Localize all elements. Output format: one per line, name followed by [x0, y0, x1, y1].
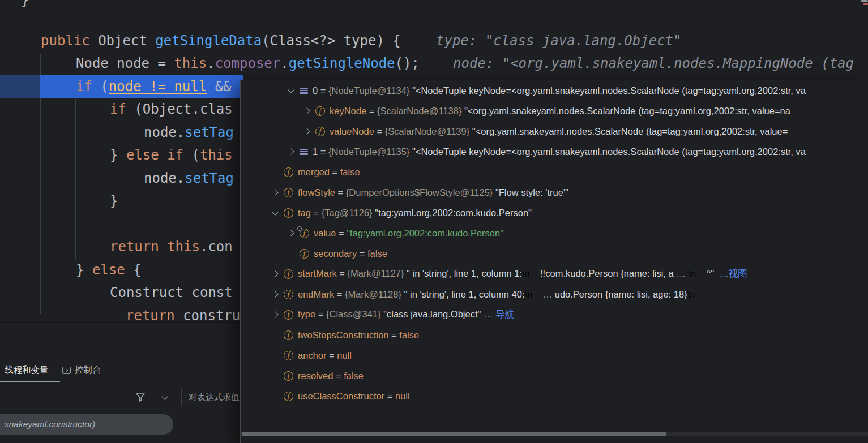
code-token: Node node =: [76, 55, 174, 71]
variable-row[interactable]: fuseClassConstructor = null: [241, 386, 868, 406]
code-line: node.setTag: [144, 121, 234, 144]
code-token: (: [183, 147, 200, 163]
value-token: "<NodeTuple keyNode=<org.yaml.snakeyaml.…: [412, 85, 806, 96]
code-token: }: [21, 0, 29, 8]
filter-button[interactable]: [131, 389, 149, 406]
code-line: if (node != null &&: [76, 75, 232, 98]
code-line: return this.con: [110, 235, 233, 258]
code-token: &&: [207, 79, 231, 94]
variable-text: endMark = {Mark@1128} " in 'string', lin…: [298, 289, 695, 300]
horizontal-scrollbar-track[interactable]: [241, 432, 868, 436]
value-token: "tag:yaml.org,2002:com.kudo.Person": [375, 208, 532, 218]
variable-row[interactable]: ftag = {Tag@1126} "tag:yaml.org,2002:com…: [241, 203, 868, 223]
chevron-right-icon[interactable]: [270, 182, 280, 203]
value-token: =: [335, 187, 346, 197]
variable-row[interactable]: fvalueNode = {ScalarNode@1139} "<org.yam…: [241, 121, 868, 141]
chevron-right-icon[interactable]: [270, 264, 280, 284]
value-token: " in 'string', line 1, column 1:: [407, 268, 522, 278]
field-icon: f: [284, 167, 293, 177]
value-token: "<org.yaml.snakeyaml.nodes.ScalarNode (t…: [472, 126, 788, 136]
code-token: node != null: [109, 79, 207, 94]
variable-row[interactable]: ftype = {Class@341} "class java.lang.Obj…: [241, 304, 868, 325]
code-token: return: [126, 308, 175, 324]
variable-text: flowStyle = {DumperOptions$FlowStyle@112…: [298, 187, 568, 198]
value-token: …: [543, 289, 555, 299]
chevron-down-icon[interactable]: [286, 80, 296, 101]
value-token: "class java.lang.Object": [383, 309, 484, 319]
variable-row[interactable]: fsecondary = false: [241, 243, 868, 264]
code-token: return: [110, 239, 159, 255]
variable-text: anchor = null: [298, 350, 352, 361]
value-token: =: [366, 106, 377, 116]
chevron-right-icon[interactable]: [270, 284, 280, 304]
inline-debug-value-hint[interactable]: node: "<org.yaml.snakeyaml.nodes.Mapping…: [453, 52, 854, 75]
variable-row[interactable]: fkeyNode = {ScalarNode@1138} "<org.yaml.…: [241, 101, 868, 121]
value-token: =: [357, 248, 367, 259]
chevron-right-icon[interactable]: [286, 223, 296, 243]
chevron-down-icon[interactable]: [161, 393, 169, 401]
value-token: "<org.yaml.snakeyaml.nodes.ScalarNode (t…: [464, 106, 790, 116]
value-token: {DumperOptions$FlowStyle@1125}: [346, 187, 495, 197]
field-icon: f: [284, 290, 293, 299]
chevron-spacer: [270, 325, 280, 345]
variable-row[interactable]: fstartMark = {Mark@1127} " in 'string', …: [241, 264, 868, 284]
variables-tree: 0 = {NodeTuple@1134} "<NodeTuple keyNode…: [241, 80, 868, 406]
variable-row[interactable]: fanchor = null: [241, 345, 868, 365]
chevron-down-icon[interactable]: [270, 203, 280, 223]
variable-row[interactable]: 1 = {NodeTuple@1135} "<NodeTuple keyNode…: [241, 141, 868, 162]
chevron-right-icon[interactable]: [302, 101, 312, 121]
variable-text: 1 = {NodeTuple@1135} "<NodeTuple keyNode…: [313, 147, 806, 157]
chevron-right-icon[interactable]: [270, 304, 280, 325]
code-token: {: [125, 262, 142, 278]
code-line: Construct const: [110, 281, 233, 304]
chevron-right-icon[interactable]: [286, 141, 296, 162]
code-token: (Class<?> type) {: [262, 33, 401, 49]
code-token: if: [76, 79, 92, 94]
list-element-icon: [300, 148, 308, 156]
horizontal-scrollbar-thumb[interactable]: [242, 432, 666, 436]
variable-text: type = {Class@341} "class java.lang.Obje…: [298, 308, 514, 321]
value-token: =: [318, 85, 328, 96]
variable-row[interactable]: ftwoStepsConstruction = false: [241, 325, 868, 345]
code-token: setTag: [185, 170, 234, 186]
variable-row[interactable]: fresolved = false: [241, 365, 868, 386]
value-token: "<NodeTuple keyNode=<org.yaml.snakeyaml.…: [412, 147, 806, 157]
chevron-right-icon[interactable]: [302, 121, 312, 141]
value-token: =: [337, 268, 348, 278]
inline-debug-value-hint[interactable]: type: "class java.lang.Object": [436, 29, 681, 52]
tab-threads-variables[interactable]: 线程和变量: [5, 357, 49, 384]
variable-row[interactable]: fvalue = "tag:yaml.org,2002:com.kudo.Per…: [241, 223, 868, 243]
funnel-icon: [135, 392, 146, 403]
variable-row[interactable]: fflowStyle = {DumperOptions$FlowStyle@11…: [241, 182, 868, 203]
value-action-link[interactable]: 导航: [493, 309, 514, 319]
chevron-spacer: [270, 365, 280, 386]
variable-row[interactable]: fmerged = false: [241, 162, 868, 182]
code-token: node.: [144, 170, 185, 186]
code-line: }: [110, 190, 118, 212]
value-token: keyNode: [330, 106, 366, 116]
frames-combobox[interactable]: snakeyaml.constructor): [0, 414, 173, 435]
tab-label: 线程和变量: [5, 364, 49, 376]
evaluate-expression-field[interactable]: 对表达式求值...: [189, 384, 240, 410]
value-token: ^": [696, 268, 719, 278]
tab-label: 控制台: [75, 364, 101, 376]
variable-row[interactable]: 0 = {NodeTuple@1134} "<NodeTuple keyNode…: [241, 80, 868, 101]
code-line: node.setTag: [144, 167, 234, 190]
value-token: startMark: [298, 268, 337, 278]
code-token: getSingleData: [155, 33, 262, 49]
debug-tabs: 线程和变量 控制台: [0, 357, 240, 384]
field-badge: [297, 226, 302, 231]
variable-row[interactable]: fendMark = {Mark@1128} " in 'string', li…: [241, 284, 868, 304]
value-action-link[interactable]: …视图: [719, 268, 747, 278]
tab-console[interactable]: 控制台: [62, 357, 101, 384]
value-token: tag: [298, 208, 311, 218]
code-token: construc: [175, 308, 249, 324]
value-token: valueNode: [330, 126, 374, 136]
value-token: [532, 289, 542, 299]
value-token: " in 'string', line 1, column 40:: [404, 289, 525, 299]
field-icon: f: [315, 127, 325, 136]
ide-window: }public Object getSingleData(Class<?> ty…: [0, 0, 868, 443]
code-token: }: [110, 147, 126, 163]
field-icon: f: [284, 330, 293, 340]
field-icon: f: [300, 249, 309, 259]
